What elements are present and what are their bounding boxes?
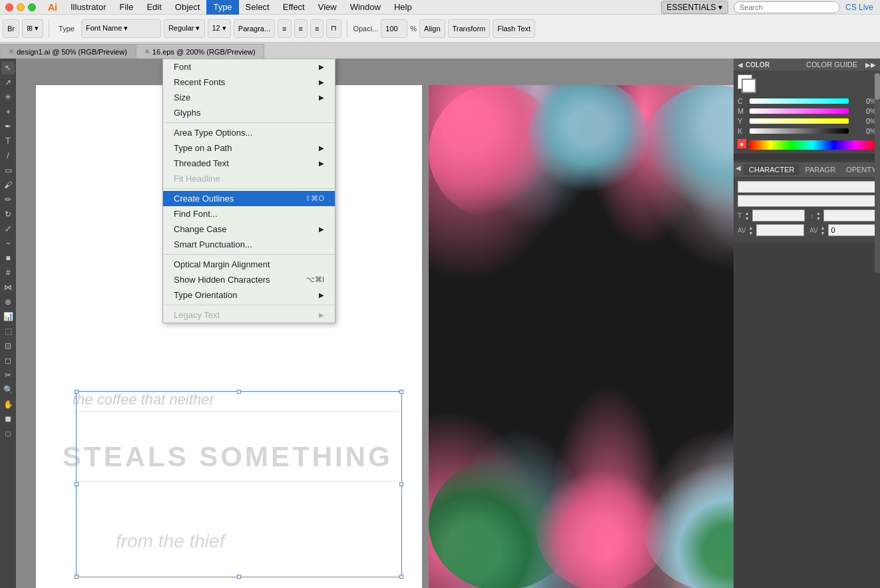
menu-create-outlines[interactable]: Create Outlines ⇧⌘O xyxy=(163,191,335,206)
font-selector[interactable]: Font Name ▾ xyxy=(81,19,161,38)
font-size-input[interactable]: 12 ▾ xyxy=(208,19,231,38)
menu-size[interactable]: Size ▶ xyxy=(163,90,335,105)
rect-tool[interactable]: ▭ xyxy=(1,164,15,177)
panel-more-icon[interactable]: ▶▶ xyxy=(865,61,876,69)
k-slider[interactable] xyxy=(750,128,849,134)
menu-item-window[interactable]: Window xyxy=(343,0,387,15)
kerning-stepper[interactable]: ▲ ▼ xyxy=(821,225,825,235)
tracking-up[interactable]: ▲ xyxy=(749,225,754,230)
handle-tc[interactable] xyxy=(237,390,241,394)
menu-item-select[interactable]: Select xyxy=(239,0,276,15)
leading-field[interactable] xyxy=(823,210,876,221)
align-left-button[interactable]: ≡ xyxy=(278,19,291,38)
menu-threaded-text[interactable]: Threaded Text ▶ xyxy=(163,156,335,171)
menu-find-font[interactable]: Find Font... xyxy=(163,206,335,221)
kerning-down[interactable]: ▼ xyxy=(821,231,825,235)
maximize-button[interactable] xyxy=(28,3,36,11)
handle-ml[interactable] xyxy=(75,482,79,486)
handle-mr[interactable] xyxy=(399,482,403,486)
menu-glyphs[interactable]: Glyphs xyxy=(163,105,335,120)
menu-smart-punctuation[interactable]: Smart Punctuation... xyxy=(163,237,335,252)
color-panel-header[interactable]: ◀ COLOR COLOR GUIDE ▶▶ xyxy=(734,59,880,71)
pencil-tool[interactable]: ✏ xyxy=(1,193,15,206)
pen-tool[interactable]: ✒ xyxy=(1,120,15,133)
search-input[interactable] xyxy=(734,1,840,13)
align-center-button[interactable]: ≡ xyxy=(294,19,308,38)
menu-item-illustrator[interactable]: Illustrator xyxy=(64,0,112,15)
tab-character[interactable]: CHARACTER xyxy=(744,164,799,175)
m-slider[interactable] xyxy=(750,108,849,114)
tab-close-16eps[interactable]: ✕ xyxy=(144,48,150,55)
handle-bl[interactable] xyxy=(75,575,79,579)
lasso-tool[interactable]: ⌖ xyxy=(1,105,15,118)
tab-close-design1[interactable]: ✕ xyxy=(9,48,14,55)
color-swatch-stack[interactable] xyxy=(738,74,756,93)
stroke-color[interactable]: □ xyxy=(1,427,15,440)
cs-live-link[interactable]: CS Live xyxy=(845,3,873,12)
menu-item-view[interactable]: View xyxy=(312,0,343,15)
zoom-tool[interactable]: 🔍 xyxy=(1,383,15,396)
leading-down[interactable]: ▼ xyxy=(816,216,821,221)
font-size-field[interactable] xyxy=(752,210,805,221)
select-tool[interactable]: ↖ xyxy=(1,61,15,74)
tab-design1[interactable]: ✕ design1.ai @ 50% (RGB/Preview) xyxy=(0,44,136,59)
menu-type-on-path[interactable]: Type on a Path ▶ xyxy=(163,140,335,156)
menu-item-effect[interactable]: Effect xyxy=(276,0,312,15)
font-style-selector[interactable]: Regular ▾ xyxy=(164,19,205,38)
scale-tool[interactable]: ⤢ xyxy=(1,222,15,235)
paintbrush-tool[interactable]: 🖌 xyxy=(1,178,15,192)
menu-font[interactable]: Font ▶ xyxy=(163,59,335,74)
menu-item-object[interactable]: Object xyxy=(168,0,207,15)
out-of-gamut-icon[interactable]: ■ xyxy=(738,139,746,148)
menu-recent-fonts[interactable]: Recent Fonts ▶ xyxy=(163,74,335,90)
character-panel-header[interactable]: ◀ CHARACTER PARAGR OPENTYPE xyxy=(734,162,880,177)
column-graph-tool[interactable]: 📊 xyxy=(1,310,15,323)
tracking-field[interactable] xyxy=(756,224,804,236)
right-scrollbar[interactable] xyxy=(875,73,880,273)
menu-ai-icon[interactable]: Ai xyxy=(41,0,64,15)
leading-up[interactable]: ▲ xyxy=(816,211,821,216)
hand-tool[interactable]: ✋ xyxy=(1,398,15,411)
blend-tool[interactable]: ⋈ xyxy=(1,281,15,294)
menu-type-orientation[interactable]: Type Orientation ▶ xyxy=(163,287,335,303)
align-button[interactable]: Align xyxy=(419,19,445,38)
symbol-sprayer-tool[interactable]: ⊕ xyxy=(1,295,15,309)
rotate-tool[interactable]: ↻ xyxy=(1,208,15,221)
menu-item-file[interactable]: File xyxy=(112,0,140,15)
menu-area-type-options[interactable]: Area Type Options... xyxy=(163,125,335,140)
menu-item-edit[interactable]: Edit xyxy=(140,0,168,15)
slice-tool[interactable]: ⊡ xyxy=(1,339,15,353)
handle-br[interactable] xyxy=(399,575,403,579)
align-right-button[interactable]: ≡ xyxy=(310,19,324,38)
size-up[interactable]: ▲ xyxy=(745,211,750,216)
flash-text-button[interactable]: Flash Text xyxy=(493,19,535,38)
leading-stepper[interactable]: ▲ ▼ xyxy=(816,211,821,221)
c-slider[interactable] xyxy=(750,98,849,104)
view-mode-button[interactable]: ⊞ ▾ xyxy=(22,19,43,38)
opacity-input[interactable]: 100 xyxy=(381,19,407,38)
kerning-up[interactable]: ▲ xyxy=(821,225,825,230)
tracking-stepper[interactable]: ▲ ▼ xyxy=(749,225,754,235)
menu-legacy-text[interactable]: Legacy Text ▶ xyxy=(163,307,335,323)
essentials-button[interactable]: ESSENTIALS ▾ xyxy=(661,1,728,14)
tab-16eps[interactable]: ✕ 16.eps @ 200% (RGB/Preview) xyxy=(136,44,264,59)
artboard-tool[interactable]: ⬚ xyxy=(1,325,15,338)
handle-bc[interactable] xyxy=(237,575,241,579)
type-option-button[interactable]: ⊓ xyxy=(326,19,341,38)
y-slider[interactable] xyxy=(750,118,849,124)
warp-tool[interactable]: ~ xyxy=(1,237,15,250)
menu-item-help[interactable]: Help xyxy=(387,0,419,15)
type-tool[interactable]: T xyxy=(1,134,15,148)
color-spectrum[interactable] xyxy=(749,140,876,150)
menu-optical-margin[interactable]: Optical Margin Alignment xyxy=(163,257,335,272)
fill-color[interactable]: ■ xyxy=(1,412,15,426)
handle-tr[interactable] xyxy=(399,390,403,394)
transform-button[interactable]: Transform xyxy=(448,19,491,38)
direct-select-tool[interactable]: ↗ xyxy=(1,76,15,89)
stroke-swatch[interactable] xyxy=(742,78,756,93)
eraser-tool[interactable]: ◻ xyxy=(1,354,15,367)
magic-wand-tool[interactable]: ✳ xyxy=(1,90,15,104)
size-down[interactable]: ▼ xyxy=(745,216,750,221)
menu-show-hidden[interactable]: Show Hidden Characters ⌥⌘I xyxy=(163,272,335,287)
bridge-button[interactable]: Br xyxy=(3,19,19,38)
